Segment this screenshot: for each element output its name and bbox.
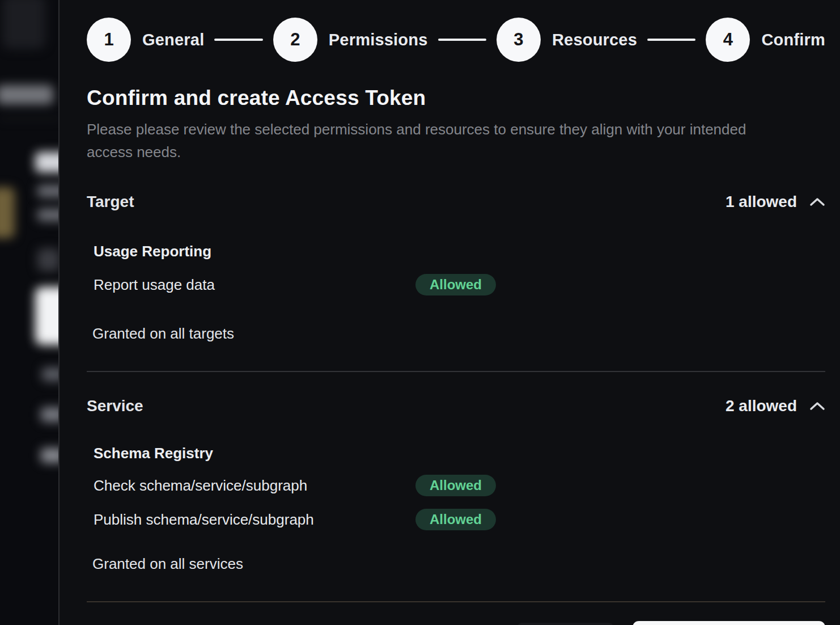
background-logo	[2, 0, 45, 49]
step-confirm[interactable]: 4 Confirm	[706, 18, 825, 62]
page-title: Confirm and create Access Token	[87, 86, 825, 110]
page-description: Please please review the selected permis…	[87, 118, 784, 163]
step-label: Permissions	[329, 31, 428, 49]
background-icon	[37, 248, 60, 271]
permission-row: Report usage data Allowed	[94, 274, 825, 295]
create-access-token-modal: 1 General 2 Permissions 3 Resources 4 Co…	[60, 0, 840, 625]
go-back-button[interactable]: Go back	[516, 623, 614, 625]
permission-group-usage-reporting: Usage Reporting Report usage data Allowe…	[94, 243, 825, 295]
allowed-count: 2 allowed	[726, 397, 797, 415]
app-root: 1 General 2 Permissions 3 Resources 4 Co…	[0, 0, 840, 625]
permission-row: Publish schema/service/subgraph Allowed	[94, 509, 825, 530]
modal-footer: Go back Create Access Token	[87, 621, 825, 625]
step-resources[interactable]: 3 Resources	[497, 18, 637, 62]
section-divider	[87, 371, 825, 372]
permission-label: Check schema/service/subgraph	[94, 477, 415, 495]
background-text-line	[37, 185, 60, 197]
status-badge-allowed: Allowed	[415, 509, 496, 530]
step-number-circle[interactable]: 1	[87, 18, 131, 62]
section-title: Service	[87, 397, 143, 415]
section-collapse-toggle-service[interactable]: 2 allowed	[726, 397, 825, 415]
step-label: Resources	[552, 31, 637, 49]
status-badge-allowed: Allowed	[415, 274, 496, 295]
background-accent-shape	[0, 187, 15, 238]
section-header-service: Service 2 allowed	[87, 397, 825, 415]
create-access-token-button[interactable]: Create Access Token	[633, 621, 825, 625]
permission-row: Check schema/service/subgraph Allowed	[94, 475, 825, 496]
chevron-up-icon	[809, 401, 825, 411]
permission-group-schema-registry: Schema Registry Check schema/service/sub…	[94, 445, 825, 530]
wizard-stepper: 1 General 2 Permissions 3 Resources 4 Co…	[87, 18, 825, 62]
stepper-connector	[647, 39, 695, 41]
group-title: Schema Registry	[94, 445, 825, 462]
permission-label: Report usage data	[94, 276, 415, 294]
step-label: Confirm	[761, 31, 825, 49]
section-header-target: Target 1 allowed	[87, 193, 825, 211]
background-heading	[35, 152, 60, 172]
stepper-connector	[438, 39, 486, 41]
background-card	[35, 287, 60, 345]
granted-note: Granted on all services	[92, 555, 825, 573]
background-text-line	[41, 448, 60, 463]
section-collapse-toggle-target[interactable]: 1 allowed	[726, 193, 825, 211]
stepper-connector	[214, 39, 262, 41]
group-title: Usage Reporting	[94, 243, 825, 260]
status-badge-allowed: Allowed	[415, 475, 496, 496]
step-permissions[interactable]: 2 Permissions	[273, 18, 428, 62]
step-general[interactable]: 1 General	[87, 18, 204, 62]
step-number-circle[interactable]: 3	[497, 18, 541, 62]
background-nav-item	[0, 85, 53, 104]
chevron-up-icon	[809, 197, 825, 207]
footer-divider	[87, 601, 825, 602]
background-text-line	[41, 407, 60, 422]
permission-label: Publish schema/service/subgraph	[94, 511, 415, 529]
section-title: Target	[87, 193, 134, 211]
step-label: General	[142, 31, 204, 49]
step-number-circle[interactable]: 2	[273, 18, 317, 62]
background-page-blurred	[0, 0, 60, 625]
step-number-circle[interactable]: 4	[706, 18, 750, 62]
allowed-count: 1 allowed	[726, 193, 797, 211]
background-divider	[0, 118, 60, 119]
background-text-line	[42, 368, 60, 381]
granted-note: Granted on all targets	[92, 325, 825, 343]
background-text-line	[37, 209, 60, 221]
